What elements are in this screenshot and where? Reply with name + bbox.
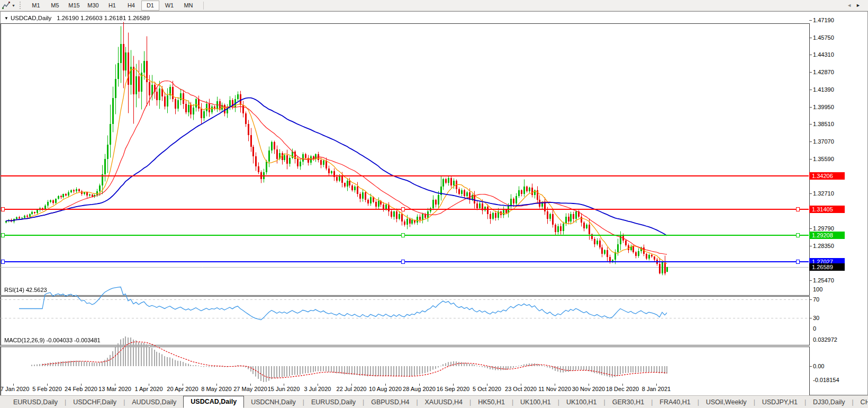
chart-title: ▼USDCAD,Daily1.26190 1.26603 1.26181 1.2…	[4, 15, 150, 21]
time-axis-label: 8 Jan 2021	[636, 386, 676, 392]
timeframe-button-h1[interactable]: H1	[103, 1, 121, 11]
toolbar-separator	[203, 2, 204, 10]
price-axis-label: 1.35590	[813, 156, 834, 162]
timeframe-button-m15[interactable]: M15	[65, 1, 83, 11]
price-axis-tick	[809, 124, 812, 125]
price-axis-label: 1.44310	[813, 51, 834, 58]
chart-tab-china300-h1[interactable]: CHINA300,H1	[854, 396, 868, 408]
chart-tab-usoil-weekly[interactable]: USOil,Weekly	[699, 396, 754, 408]
rsi-axis-label: 70	[813, 296, 819, 303]
toolbar-grip	[20, 2, 22, 9]
price-axis-label: 1.42870	[813, 69, 834, 75]
chart-tab-gbpusd-h4[interactable]: GBPUSD,H4	[364, 396, 416, 408]
price-axis-label: 1.39950	[813, 104, 834, 110]
chart-ohlc-values: 1.26190 1.26603 1.26181 1.26589	[57, 15, 150, 21]
rsi-axis-tick	[809, 318, 812, 318]
price-axis-label: 1.41390	[813, 86, 834, 93]
timeframe-button-m30[interactable]: M30	[84, 1, 102, 11]
macd-axis-label: 0.00	[813, 363, 824, 369]
timeframe-button-mn[interactable]: MN	[179, 1, 197, 11]
chart-symbol: USDCAD,Daily	[11, 15, 51, 21]
chart-tab-eurusd-daily[interactable]: EURUSD,Daily	[6, 396, 65, 408]
price-axis-label: 1.32710	[813, 190, 834, 197]
macd-axis-tick	[809, 366, 812, 367]
chart-tab-ger30-h1[interactable]: GER30,H1	[605, 396, 651, 408]
price-axis-tick	[809, 159, 812, 159]
chart-tab-usdchf-daily[interactable]: USDCHF,Daily	[66, 396, 123, 408]
chart-tab-dj30-daily[interactable]: DJ30,Daily	[806, 396, 852, 408]
price-axis-tick	[809, 280, 812, 281]
symbol-dropdown-icon[interactable]: ▼	[4, 16, 8, 21]
timeframe-button-w1[interactable]: W1	[160, 1, 178, 11]
rsi-axis-label: 100	[813, 286, 822, 292]
hline-price-tag: 1.29208	[809, 232, 845, 239]
chart-tab-fra40-h1[interactable]: FRA40,H1	[653, 396, 697, 408]
chart-tab-xauusd-h4[interactable]: XAUUSD,H4	[418, 396, 470, 408]
price-axis-tick	[809, 107, 812, 108]
chart-tab-usdcnh-daily[interactable]: USDCNH,Daily	[244, 396, 303, 408]
price-axis-tick	[809, 38, 812, 38]
chart-tab-bar: EURUSD,Daily|USDCHF,Daily|AUDUSD,DailyUS…	[0, 395, 868, 408]
rsi-indicator-label: RSI(14) 42.5623	[4, 287, 47, 293]
chart-tab-hk50-h1[interactable]: HK50,H1	[471, 396, 512, 408]
timeframe-buttons: M1M5M15M30H1H4D1W1MN	[26, 1, 198, 11]
rsi-chart-canvas[interactable]	[1, 285, 809, 332]
mt4-terminal: ▼ M1M5M15M30H1H4D1W1MN ▼USDCAD,Daily1.26…	[0, 0, 868, 408]
chart-tab-usdcad-daily[interactable]: USDCAD,Daily	[183, 396, 244, 408]
macd-axis-label: 0.032972	[813, 336, 837, 343]
tool-dropdown-caret-icon[interactable]: ▼	[12, 4, 15, 7]
line-studies-icon[interactable]	[2, 1, 11, 10]
price-axis-label: 1.29790	[813, 225, 834, 232]
bid-price-tag: 1.26589	[809, 263, 845, 271]
price-axis-label: 1.25470	[813, 277, 834, 283]
rsi-axis-label: 30	[813, 315, 819, 321]
price-axis-label: 1.28350	[813, 243, 834, 249]
hline-price-tag: 1.34206	[809, 172, 845, 180]
chart-tab-uk100-h1[interactable]: UK100,H1	[513, 396, 558, 408]
hline-price-tag: 1.31405	[809, 206, 845, 213]
timeframe-toolbar: ▼ M1M5M15M30H1H4D1W1MN	[0, 0, 868, 11]
price-axis-tick	[809, 246, 812, 246]
price-axis-label: 1.47190	[813, 17, 834, 23]
tab-scroll-right-icon[interactable]: ►	[856, 3, 865, 8]
chart-tab-usdjpy-h1[interactable]: USDJPY,H1	[755, 396, 804, 408]
macd-axis-label: -0.018154	[813, 377, 839, 383]
macd-indicator-label: MACD(12,26,9) -0.004033 -0.003481	[4, 337, 101, 343]
timeframe-button-m1[interactable]: M1	[27, 1, 45, 11]
timeframe-button-m5[interactable]: M5	[46, 1, 64, 11]
price-axis-tick	[809, 228, 812, 229]
tab-scroll-arrows: ◄►	[847, 3, 865, 8]
macd-chart-canvas[interactable]	[1, 335, 809, 383]
chart-tab-uk100-h1[interactable]: UK100,H1	[559, 396, 604, 408]
timeframe-button-h4[interactable]: H4	[122, 1, 140, 11]
price-axis-tick	[809, 90, 812, 90]
chart-tab-audusd-daily[interactable]: AUDUSD,Daily	[125, 396, 183, 408]
rsi-axis-label: 0	[813, 325, 816, 332]
price-axis-label: 1.38510	[813, 121, 834, 127]
price-axis-label: 1.37070	[813, 138, 834, 145]
chart-tab-eurusd-daily[interactable]: EURUSD,Daily	[304, 396, 363, 408]
rsi-axis-tick	[809, 299, 812, 300]
timeframe-button-d1[interactable]: D1	[141, 1, 159, 11]
price-axis-label: 1.45750	[813, 34, 834, 41]
price-chart-canvas[interactable]	[1, 12, 809, 282]
price-axis-tick	[809, 141, 812, 142]
price-axis-tick	[809, 55, 812, 55]
tab-scroll-left-icon[interactable]: ◄	[847, 3, 856, 8]
price-axis-tick	[809, 20, 812, 21]
price-axis-tick	[809, 193, 812, 194]
price-axis-tick	[809, 72, 812, 73]
